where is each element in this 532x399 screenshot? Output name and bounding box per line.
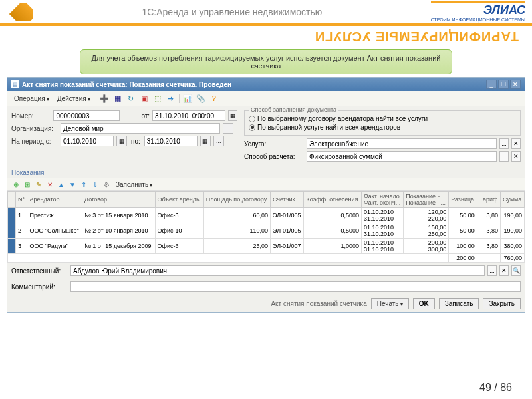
open-icon[interactable]: 🔍 — [511, 265, 521, 276]
comment-label: Комментарий: — [11, 283, 68, 291]
section-readings: Показания — [7, 168, 525, 178]
col-contract[interactable]: Договор — [82, 192, 155, 208]
readings-table: N° Арендатор Договор Объект аренды Площа… — [7, 191, 525, 263]
org-label: Организация: — [11, 125, 58, 132]
move-up-icon[interactable]: ▲ — [57, 180, 66, 189]
table-row[interactable]: 2ООО "Солнышко"№ 2 от 10 января 2010Офис… — [8, 223, 525, 239]
sort-asc-icon[interactable]: ⇑ — [79, 180, 88, 189]
fill-legend: Способ заполнения документа — [249, 106, 338, 113]
calc-input[interactable] — [307, 151, 497, 162]
help-icon[interactable]: ? — [209, 93, 219, 104]
col-reading-start[interactable]: Показание н... — [406, 193, 446, 200]
total-diff: 200,00 — [449, 254, 477, 263]
period-label: На период с: — [11, 138, 58, 145]
add-row-icon[interactable]: ⊕ — [11, 180, 21, 189]
period-to-input[interactable] — [144, 136, 198, 146]
responsible-label: Ответственный: — [11, 267, 68, 275]
radio-icon — [249, 124, 255, 131]
main-toolbar: Операция Действия ➕ ▦ ↻ ▣ ⬚ ➜ 📊 📎 ? — [7, 91, 525, 106]
fill-method-group: Способ заполнения документа По выбранном… — [244, 110, 521, 136]
col-fact-start[interactable]: Факт. начало — [364, 193, 401, 200]
brand-logo: ЭЛИАС — [483, 3, 525, 17]
calendar-icon[interactable]: ▦ — [228, 110, 237, 121]
window-icon: ▤ — [11, 80, 19, 88]
close-button[interactable]: Закрыть — [483, 298, 521, 309]
delete-row-icon[interactable]: ✕ — [45, 180, 55, 189]
col-reading-end[interactable]: Показание н... — [406, 200, 446, 206]
clear-icon[interactable]: ✕ — [511, 151, 521, 162]
service-input[interactable] — [307, 138, 497, 149]
edit-row-icon[interactable]: ✎ — [34, 180, 43, 189]
refresh-icon[interactable]: ↻ — [126, 93, 136, 104]
select-icon[interactable]: ... — [213, 136, 224, 146]
doc-link[interactable]: Акт снятия показаний счетчика — [271, 300, 366, 307]
number-label: Номер: — [11, 112, 51, 120]
maximize-button[interactable]: ☐ — [498, 80, 509, 89]
go-icon[interactable]: ➜ — [166, 93, 176, 104]
col-object[interactable]: Объект аренды — [155, 192, 203, 208]
clear-icon[interactable]: ✕ — [499, 265, 509, 276]
number-input[interactable] — [53, 110, 120, 121]
add-icon[interactable]: ➕ — [99, 93, 110, 104]
minimize-button[interactable]: _ — [486, 80, 497, 89]
close-button[interactable]: ✕ — [510, 80, 521, 89]
post-icon[interactable]: ▣ — [139, 93, 150, 104]
radio-by-contract[interactable]: По выбранному договору арендатора найти … — [249, 115, 516, 122]
settings-icon[interactable]: ⚙ — [102, 180, 111, 189]
col-fact-end[interactable]: Факт. оконч... — [364, 200, 401, 206]
info-note: Для учета объемов потребления тарифициру… — [80, 49, 452, 74]
brand-tagline: СТРОИМ ИНФОРМАЦИОННЫЕ СИСТЕМЫ — [431, 17, 525, 22]
radio-icon — [249, 116, 255, 122]
titlebar: ▤ Акт снятия показаний счетчика: Показан… — [7, 78, 525, 91]
save-button[interactable]: Записать — [439, 298, 479, 309]
calendar-icon[interactable]: ▦ — [200, 136, 211, 146]
copy-row-icon[interactable]: ⊞ — [23, 180, 32, 189]
calendar-icon[interactable]: ▦ — [116, 136, 127, 146]
clear-icon[interactable]: ✕ — [511, 138, 521, 149]
comment-input[interactable] — [70, 281, 521, 292]
org-input[interactable] — [61, 123, 220, 134]
actions-menu[interactable]: Действия — [55, 94, 93, 103]
radio-by-service[interactable]: По выбранной услуге найти всех арендатор… — [249, 124, 516, 131]
col-meter[interactable]: Счетчик — [270, 192, 304, 208]
col-tenant[interactable]: Арендатор — [27, 192, 82, 208]
period-to-label: по: — [131, 138, 140, 145]
date-input[interactable] — [152, 110, 225, 121]
document-window: ▤ Акт снятия показаний счетчика: Показан… — [7, 77, 525, 313]
operation-menu[interactable]: Операция — [11, 94, 52, 103]
print-button[interactable]: Печать — [371, 298, 409, 309]
doc-icon[interactable]: ▦ — [112, 93, 123, 104]
table-row[interactable]: 1Престиж№ 3 от 15 января 2010Офис-360,00… — [8, 208, 525, 223]
logo-icon — [9, 3, 33, 21]
col-diff[interactable]: Разница — [449, 192, 477, 208]
select-icon[interactable]: ... — [499, 151, 509, 162]
page-number: 49 / 86 — [479, 382, 512, 394]
window-title: Акт снятия показаний счетчика: Показания… — [22, 81, 486, 88]
col-tariff[interactable]: Тариф — [477, 192, 500, 208]
col-n[interactable]: N° — [16, 192, 27, 208]
move-down-icon[interactable]: ▼ — [68, 180, 77, 189]
select-icon[interactable]: ... — [499, 138, 509, 149]
col-coef[interactable]: Коэфф. отнесения — [304, 192, 361, 208]
select-icon[interactable]: ... — [487, 265, 497, 276]
service-label: Услуга: — [244, 140, 304, 148]
total-sum: 760,00 — [501, 254, 525, 263]
col-sum[interactable]: Сумма — [501, 192, 525, 208]
table-row[interactable]: 3ООО "Радуга"№ 1 от 15 декабря 2009Офис-… — [8, 239, 525, 254]
report-icon[interactable]: 📊 — [182, 93, 193, 104]
files-icon[interactable]: 📎 — [196, 93, 206, 104]
from-label: от: — [141, 112, 150, 120]
responsible-input[interactable] — [70, 265, 485, 276]
select-icon[interactable]: ... — [223, 123, 233, 134]
table-toolbar: ⊕ ⊞ ✎ ✕ ▲ ▼ ⇑ ⇓ ⚙ Заполнить — [7, 178, 525, 191]
slide-title: ТАРИФИЦИРУЕМЫЕ УСЛУГИ — [0, 26, 532, 47]
app-title: 1С:Аренда и управление недвижимостью — [33, 7, 431, 17]
ok-button[interactable]: OK — [413, 298, 435, 309]
calc-label: Способ расчета: — [244, 153, 304, 160]
sort-desc-icon[interactable]: ⇓ — [90, 180, 100, 189]
col-area[interactable]: Площадь по договору — [203, 192, 270, 208]
period-from-input[interactable] — [61, 136, 114, 146]
tree-icon[interactable]: ⬚ — [152, 93, 163, 104]
fill-menu[interactable]: Заполнить — [113, 180, 155, 189]
